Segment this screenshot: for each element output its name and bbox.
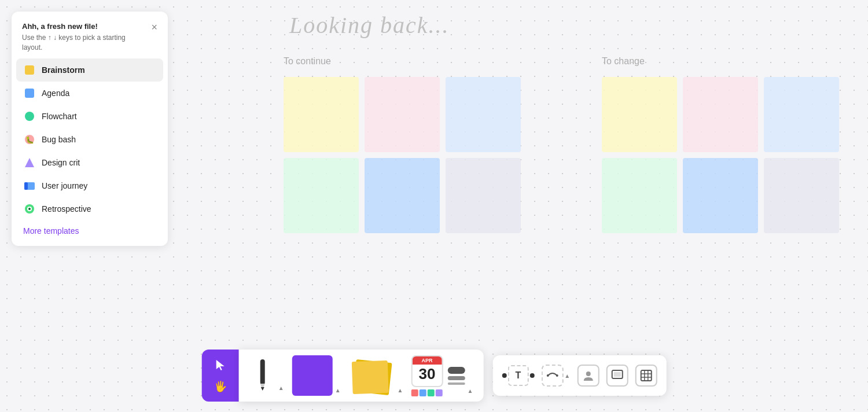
sticky-6[interactable] [446,158,521,233]
sticky-3[interactable] [446,77,521,152]
canvas-title: Looking back... [289,12,839,39]
toolbar-right: T ▲ [492,355,666,396]
sticky-12[interactable] [764,158,839,233]
table-icon [639,369,652,382]
svg-rect-12 [260,359,265,385]
folder-tool[interactable] [349,355,395,396]
marker-thick [447,367,465,374]
svg-text:🐛: 🐛 [25,135,34,144]
designcrit-label: Design crit [42,158,80,167]
sticky-tool-group: ▲ [292,355,341,396]
svg-point-10 [28,208,31,210]
pencil-caret[interactable]: ▲ [278,385,284,396]
sticky-10[interactable] [602,158,677,233]
svg-point-17 [586,371,590,376]
text-tool-group: T [502,365,534,386]
toolbar-cursor-section: 🖐 [202,350,239,402]
pencil-tool-group: ▲ [249,355,284,396]
marker-group [447,367,465,385]
sidebar-panel: Ahh, a fresh new file! Use the ↑ ↓ keys … [12,12,168,246]
retrospective-card: Looking back... To continue To change [284,12,839,233]
col2-header: To change [602,56,839,67]
sidebar-header-text: Ahh, a fresh new file! Use the ↑ ↓ keys … [22,22,146,53]
retro-columns: To continue To change [284,56,839,233]
folder-caret[interactable]: ▲ [398,387,403,396]
sidebar-item-retrospective[interactable]: Retrospective [16,197,163,220]
marker-thin [447,376,465,380]
svg-rect-19 [613,372,620,377]
sticky-5[interactable] [365,158,440,233]
arrow-cursor-tool[interactable] [210,355,231,374]
svg-marker-5 [25,158,34,167]
text-dot-left [502,373,506,378]
designcrit-icon [23,156,36,169]
sticky-2[interactable] [365,77,440,152]
pencil-icon [255,358,271,393]
text-tool-label: T [515,370,521,381]
sticky-7[interactable] [602,77,677,152]
sticky-tool[interactable] [292,355,333,396]
svg-point-2 [25,112,34,121]
folder-tool-group: ▲ [349,355,403,396]
text-tool[interactable]: T [507,365,528,386]
connector-tool[interactable] [541,365,563,387]
sidebar-item-flowchart[interactable]: Flowchart [16,105,163,128]
svg-rect-1 [25,89,34,98]
calendar-tool-group: APR 30 ▲ [411,355,473,396]
sticky-grid-continue [284,77,521,233]
agenda-icon [23,87,36,100]
sticky-11[interactable] [683,158,758,233]
calendar-month: APR [412,356,442,365]
sidebar-header: Ahh, a fresh new file! Use the ↑ ↓ keys … [12,22,168,58]
text-dot-right [529,373,534,378]
svg-rect-0 [25,65,34,75]
media-cell-b [420,389,426,396]
retrospective-label: Retrospective [42,204,91,214]
close-button[interactable]: × [151,22,157,32]
connector-caret[interactable]: ▲ [564,373,570,379]
sticky-caret[interactable]: ▲ [335,387,341,396]
connector-tool-group: ▲ [541,365,570,387]
avatar-tool[interactable] [577,365,599,387]
toolbar: 🖐 ▲ ▲ [202,350,667,402]
flowchart-label: Flowchart [42,112,77,121]
userjourney-icon [23,179,36,192]
agenda-label: Agenda [42,89,69,98]
svg-rect-7 [24,182,28,190]
svg-point-16 [556,374,558,377]
brainstorm-label: Brainstorm [42,65,85,75]
sticky-8[interactable] [683,77,758,152]
sticky-4[interactable] [284,158,359,233]
hand-cursor-tool[interactable]: 🖐 [210,377,231,396]
calendar-caret[interactable]: ▲ [467,388,473,396]
avatar-icon [582,369,594,382]
frame-tool[interactable] [606,365,628,387]
hand-cursor-icon: 🖐 [214,380,227,393]
marker-thinner [447,382,465,385]
column-change: To change [602,56,839,233]
sidebar-item-brainstorm[interactable]: Brainstorm [16,58,163,82]
calendar-day: 30 [412,365,442,384]
svg-rect-20 [641,370,651,381]
sidebar-item-userjourney[interactable]: User journey [16,174,163,197]
sticky-1[interactable] [284,77,359,152]
folder-front [352,360,389,393]
more-templates-button[interactable]: More templates [12,220,90,236]
calendar-tool[interactable]: APR 30 [411,355,443,396]
column-continue: To continue [284,56,521,233]
sidebar-fresh-title: Ahh, a fresh new file! [22,22,146,31]
svg-marker-11 [216,360,225,370]
media-cell-r [411,389,418,396]
bugbash-label: Bug bash [42,135,76,144]
bugbash-icon: 🐛 [23,133,36,146]
svg-marker-14 [261,387,264,391]
svg-point-15 [546,374,549,377]
table-tool[interactable] [635,365,657,387]
flowchart-icon [23,110,36,123]
sidebar-item-agenda[interactable]: Agenda [16,82,163,105]
sticky-9[interactable] [764,77,839,152]
sidebar-item-designcrit[interactable]: Design crit [16,151,163,174]
pencil-tool[interactable] [249,355,276,396]
brainstorm-icon [23,64,36,76]
sidebar-item-bugbash[interactable]: 🐛 Bug bash [16,128,163,151]
